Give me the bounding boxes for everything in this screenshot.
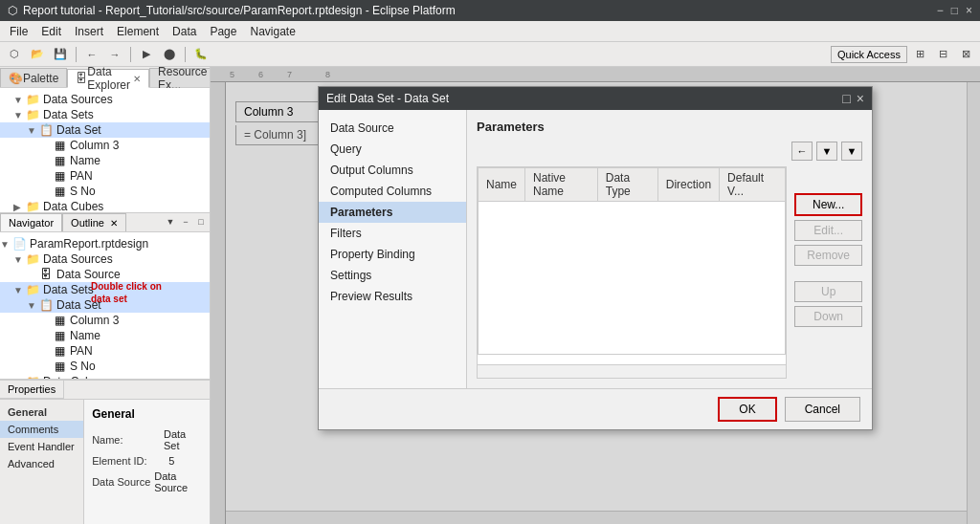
param-table: Name Native Name Data Type Direction Def… <box>478 167 786 355</box>
dialog-main: Parameters ← ▼ ▼ <box>467 110 872 388</box>
tree-pan[interactable]: ▦ PAN <box>0 168 210 184</box>
nav-collapse-btn[interactable]: ▼ <box>164 215 177 229</box>
dialog-close-btn[interactable]: × <box>857 91 864 106</box>
prop-comments[interactable]: Comments <box>0 421 83 438</box>
tree-data-set[interactable]: ▼ 📋 Data Set <box>0 122 210 138</box>
col-name: Name <box>479 168 525 202</box>
properties-tab[interactable]: Properties <box>0 381 64 399</box>
dialog-maximize-btn[interactable]: □ <box>842 91 850 106</box>
folder-icon: 📁 <box>25 200 40 212</box>
nav-parameters[interactable]: Parameters <box>319 202 466 223</box>
toolbar-open[interactable]: 📂 <box>27 45 48 64</box>
outline-close-icon[interactable]: ✕ <box>110 218 118 229</box>
close-btn[interactable]: × <box>966 4 972 17</box>
nav-sno[interactable]: ▦ S No <box>0 359 210 374</box>
toolbar-extra2[interactable]: ⊟ <box>932 45 953 64</box>
up-param-btn[interactable]: Up <box>794 281 862 302</box>
tab-data-explorer-close[interactable]: ✕ <box>133 74 141 84</box>
tree-data-sources[interactable]: ▼ 📁 Data Sources <box>0 92 210 107</box>
toolbar-sep2 <box>130 47 131 62</box>
prop-event-handler[interactable]: Event Handler <box>0 438 83 455</box>
nav-name[interactable]: ▦ Name <box>0 328 210 343</box>
dialog-section-title: Parameters <box>477 120 862 134</box>
nav-filters[interactable]: Filters <box>319 223 466 244</box>
param-toolbar-btn2[interactable]: ▼ <box>816 142 837 161</box>
menu-edit[interactable]: Edit <box>35 23 67 40</box>
toolbar-back[interactable]: ← <box>81 45 102 64</box>
param-toolbar-btn3[interactable]: ▼ <box>841 142 862 161</box>
toolbar-run[interactable]: ▶ <box>136 45 157 64</box>
dialog-action-btns: New... Edit... Remove Up Down <box>794 193 862 379</box>
param-toolbar-btn1[interactable]: ← <box>791 142 813 161</box>
toolbar-debug[interactable]: 🐛 <box>190 45 212 64</box>
nav-min-btn[interactable]: − <box>179 215 192 229</box>
table-h-scrollbar[interactable] <box>478 364 786 378</box>
nav-datasources[interactable]: ▼ 📁 Data Sources <box>0 251 210 267</box>
nav-preview-results[interactable]: Preview Results <box>319 286 466 307</box>
prop-datasource-label: Data Source <box>92 476 154 488</box>
nav-property-binding[interactable]: Property Binding <box>319 244 466 265</box>
menu-insert[interactable]: Insert <box>69 23 109 40</box>
btn-spacer <box>794 270 862 277</box>
tab-navigator[interactable]: Navigator <box>0 213 62 231</box>
ok-button[interactable]: OK <box>718 397 776 422</box>
folder-icon: 📁 <box>25 108 40 121</box>
remove-param-btn[interactable]: Remove <box>794 245 862 266</box>
tree-datacubes[interactable]: ▶ 📁 Data Cubes <box>0 199 210 212</box>
menu-element[interactable]: Element <box>111 23 165 40</box>
nav-output-columns[interactable]: Output Columns <box>319 160 466 181</box>
nav-computed-columns[interactable]: Computed Columns <box>319 181 466 202</box>
tab-data-explorer[interactable]: 🗄 Data Explorer ✕ <box>67 69 149 88</box>
menu-bar: File Edit Insert Element Data Page Navig… <box>0 21 980 42</box>
nav-dataset[interactable]: ▼ 📋 Data Set <box>0 297 210 313</box>
nav-col3[interactable]: ▦ Column 3 <box>0 313 210 328</box>
folder-icon: 📁 <box>25 93 40 106</box>
menu-file[interactable]: File <box>4 23 33 40</box>
main-layout: 🎨 Palette 🗄 Data Explorer ✕ Resource Ex.… <box>0 67 980 524</box>
dataset-icon: 📋 <box>38 298 54 312</box>
toolbar-save[interactable]: 💾 <box>50 45 71 64</box>
tree-name[interactable]: ▦ Name <box>0 153 210 168</box>
title-bar-controls[interactable]: − □ × <box>937 4 972 17</box>
toolbar-extra3[interactable]: ⊠ <box>955 45 976 64</box>
nav-query[interactable]: Query <box>319 139 466 160</box>
tree-sno[interactable]: ▦ S No <box>0 184 210 199</box>
menu-data[interactable]: Data <box>167 23 202 40</box>
col-direction: Direction <box>657 168 719 202</box>
new-param-btn[interactable]: New... <box>794 193 862 216</box>
prop-advanced[interactable]: Advanced <box>0 455 83 472</box>
menu-navigate[interactable]: Navigate <box>244 23 301 40</box>
tree-column3[interactable]: ▦ Column 3 <box>0 138 210 153</box>
nav-pan-col[interactable]: ▦ PAN <box>0 343 210 359</box>
quick-access-btn[interactable]: Quick Access <box>831 46 907 63</box>
toolbar-extra1[interactable]: ⊞ <box>909 45 930 64</box>
toolbar-stop[interactable]: ⬤ <box>159 45 180 64</box>
tab-outline[interactable]: Outline ✕ <box>62 213 126 231</box>
nav-datasource[interactable]: 🗄 Data Source <box>0 267 210 282</box>
nav-datacubes[interactable]: ▶ 📁 Data Cubes <box>0 374 210 379</box>
title-bar-left: ⬡ Report tutorial - Report_Tutorial/src/… <box>8 4 456 17</box>
edit-param-btn[interactable]: Edit... <box>794 220 862 241</box>
toolbar-sep1 <box>76 47 77 62</box>
nav-datasets[interactable]: ▼ 📁 Data Sets <box>0 282 210 297</box>
edit-dataset-dialog: Edit Data Set - Data Set □ × Data Source… <box>318 86 873 430</box>
nav-max-btn[interactable]: □ <box>194 215 208 229</box>
cancel-button[interactable]: Cancel <box>785 397 860 422</box>
navigator-tree: ▼ 📄 ParamReport.rptdesign ▼ 📁 Data Sourc… <box>0 232 210 379</box>
title-bar: ⬡ Report tutorial - Report_Tutorial/src/… <box>0 0 980 21</box>
menu-page[interactable]: Page <box>204 23 242 40</box>
dialog-titlebar-controls[interactable]: □ × <box>842 91 864 106</box>
nav-data-source[interactable]: Data Source <box>319 118 466 139</box>
maximize-btn[interactable]: □ <box>951 4 958 17</box>
minimize-btn[interactable]: − <box>937 4 944 17</box>
prop-name-value: Data Set <box>164 428 202 451</box>
tab-resource-explorer[interactable]: Resource Ex... ✕ <box>149 68 211 87</box>
toolbar-new[interactable]: ⬡ <box>4 45 25 64</box>
tab-palette[interactable]: 🎨 Palette <box>0 68 67 87</box>
dialog-titlebar: Edit Data Set - Data Set □ × <box>319 87 872 110</box>
toolbar-fwd[interactable]: → <box>104 45 125 64</box>
nav-settings[interactable]: Settings <box>319 265 466 286</box>
down-param-btn[interactable]: Down <box>794 306 862 327</box>
tree-data-sets[interactable]: ▼ 📁 Data Sets <box>0 107 210 122</box>
nav-paramreport[interactable]: ▼ 📄 ParamReport.rptdesign <box>0 236 210 251</box>
